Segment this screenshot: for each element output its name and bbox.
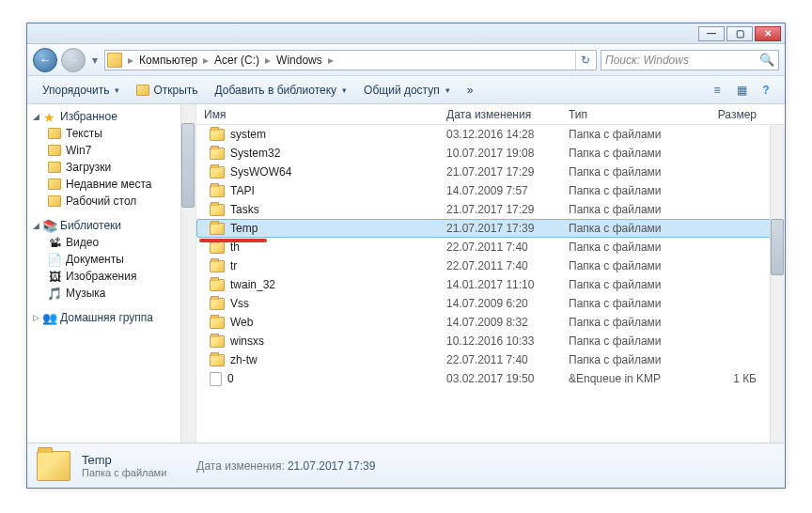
breadcrumb-seg[interactable]: Acer (C:) — [211, 54, 263, 67]
file-date: 03.02.2017 19:50 — [446, 372, 569, 385]
file-row[interactable]: Web14.07.2009 8:32Папка с файлами — [196, 313, 785, 332]
column-type[interactable]: Тип — [569, 108, 691, 121]
nav-history-dropdown[interactable]: ▾ — [89, 52, 101, 69]
file-row[interactable]: winsxs10.12.2016 10:33Папка с файлами — [196, 332, 785, 350]
file-row[interactable]: zh-tw22.07.2011 7:40Папка с файлами — [196, 350, 785, 369]
file-date: 10.07.2017 19:08 — [446, 147, 569, 160]
file-date: 14.07.2009 7:57 — [446, 184, 569, 197]
file-row[interactable]: Tasks21.07.2017 17:29Папка с файлами — [196, 200, 785, 219]
more-menu[interactable]: » — [460, 81, 481, 100]
share-menu[interactable]: Общий доступ ▾ — [356, 81, 458, 100]
file-row[interactable]: twain_3214.01.2017 11:10Папка с файлами — [196, 275, 785, 294]
file-date: 14.07.2009 8:32 — [446, 316, 569, 329]
sidebar-item[interactable]: Недавние места — [27, 176, 195, 193]
sidebar-item[interactable]: 📄Документы — [27, 251, 195, 268]
file-row[interactable]: system03.12.2016 14:28Папка с файлами — [196, 125, 785, 144]
sidebar-item[interactable]: 📽Видео — [27, 234, 195, 251]
file-row[interactable]: 003.02.2017 19:50&Enqueue in KMP1 КБ — [196, 369, 785, 388]
details-pane: Temp Папка с файлами Дата изменения: 21.… — [27, 443, 785, 488]
file-size: 1 КБ — [691, 372, 757, 385]
sidebar-item[interactable]: 🖼Изображения — [27, 268, 195, 285]
sidebar-item[interactable]: Win7 — [27, 142, 195, 159]
refresh-icon[interactable]: ↻ — [575, 51, 594, 70]
file-row[interactable]: Vss14.07.2009 6:20Папка с файлами — [196, 294, 785, 313]
preview-pane-button[interactable]: ▦ — [730, 79, 753, 101]
file-row[interactable]: Temp21.07.2017 17:39Папка с файлами — [196, 219, 785, 238]
annotation-highlight — [199, 239, 267, 242]
close-button[interactable]: ✕ — [755, 26, 781, 41]
folder-icon — [210, 241, 225, 254]
file-name: winsxs — [230, 334, 264, 348]
file-date: 22.07.2011 7:40 — [446, 241, 569, 254]
file-type: Папка с файлами — [569, 297, 691, 310]
folder-icon — [210, 185, 225, 197]
column-date[interactable]: Дата изменения — [446, 108, 569, 121]
folder-icon — [210, 204, 225, 216]
file-row[interactable]: System3210.07.2017 19:08Папка с файлами — [196, 144, 785, 163]
scrollbar-thumb[interactable] — [181, 123, 195, 208]
details-name: Temp — [82, 453, 166, 467]
sidebar-item[interactable]: Тексты — [27, 125, 195, 142]
file-row[interactable]: th22.07.2011 7:40Папка с файлами — [196, 238, 785, 256]
file-date: 14.07.2009 6:20 — [446, 297, 569, 310]
search-input[interactable]: Поиск: Windows 🔍 — [601, 50, 779, 70]
sidebar-item-label: Музыка — [66, 287, 105, 300]
folder-icon — [48, 162, 61, 173]
sidebar-item[interactable]: Рабочий стол — [27, 193, 195, 210]
sidebar-item-label: Недавние места — [66, 178, 151, 191]
sidebar-item-label: Тексты — [66, 127, 102, 140]
file-row[interactable]: TAPI14.07.2009 7:57Папка с файлами — [196, 181, 785, 200]
file-type: Папка с файлами — [569, 259, 691, 272]
address-bar[interactable]: ▸ Компьютер ▸ Acer (C:) ▸ Windows ▸ ↻ — [104, 50, 597, 70]
file-name: th — [230, 241, 240, 254]
star-icon: ★ — [43, 110, 56, 123]
nav-bar: ← → ▾ ▸ Компьютер ▸ Acer (C:) ▸ Windows … — [27, 44, 785, 76]
maximize-button[interactable]: ▢ — [726, 26, 753, 41]
add-to-library-menu[interactable]: Добавить в библиотеку ▾ — [208, 81, 355, 100]
minimize-button[interactable]: — — [698, 26, 725, 41]
folder-icon — [37, 451, 70, 481]
help-button[interactable]: ? — [755, 79, 777, 101]
folder-icon — [210, 129, 225, 141]
sidebar-scrollbar[interactable] — [180, 104, 195, 443]
breadcrumb-seg[interactable]: Компьютер — [135, 54, 201, 67]
organize-menu[interactable]: Упорядочить ▾ — [35, 81, 127, 100]
file-row[interactable]: tr22.07.2011 7:40Папка с файлами — [196, 256, 785, 275]
column-size[interactable]: Размер — [691, 108, 757, 121]
nav-forward-button[interactable]: → — [61, 48, 86, 72]
file-name: SysWOW64 — [230, 165, 291, 179]
file-row[interactable]: SysWOW6421.07.2017 17:29Папка с файлами — [196, 163, 785, 181]
file-name: twain_32 — [230, 278, 275, 291]
file-type: &Enqueue in KMP — [569, 372, 691, 385]
column-name[interactable]: Имя — [204, 108, 446, 121]
folder-icon — [210, 260, 225, 272]
file-name: system — [230, 128, 266, 141]
libraries-header[interactable]: ◢ 📚 Библиотеки — [27, 217, 195, 234]
file-type: Папка с файлами — [569, 203, 691, 216]
file-date: 21.07.2017 17:29 — [446, 165, 569, 179]
folder-icon — [48, 145, 61, 156]
titlebar: — ▢ ✕ — [27, 23, 785, 44]
file-type: Папка с файлами — [569, 278, 691, 291]
file-name: 0 — [227, 372, 234, 385]
share-label: Общий доступ — [364, 84, 440, 97]
scrollbar-thumb[interactable] — [771, 219, 784, 275]
library-icon: 📽 — [48, 236, 61, 249]
homegroup-header[interactable]: ▷ 👥 Домашняя группа — [27, 309, 195, 326]
breadcrumb-sep: ▸ — [326, 54, 336, 67]
file-type: Папка с файлами — [569, 222, 691, 235]
folder-icon — [136, 85, 149, 96]
favorites-header[interactable]: ◢ ★ Избранное — [27, 108, 195, 125]
breadcrumb-seg[interactable]: Windows — [273, 54, 326, 67]
file-name: System32 — [230, 147, 280, 160]
folder-icon — [210, 166, 225, 179]
libraries-icon: 📚 — [43, 219, 56, 232]
content-scrollbar[interactable] — [770, 125, 785, 443]
view-options-button[interactable]: ≡ — [706, 79, 728, 101]
open-button[interactable]: Открыть — [129, 81, 205, 100]
sidebar-item[interactable]: Загрузки — [27, 159, 195, 176]
sidebar-item-label: Загрузки — [66, 161, 111, 174]
toolbar: Упорядочить ▾ Открыть Добавить в библиот… — [27, 76, 785, 104]
sidebar-item[interactable]: 🎵Музыка — [27, 285, 195, 302]
nav-back-button[interactable]: ← — [33, 48, 57, 72]
